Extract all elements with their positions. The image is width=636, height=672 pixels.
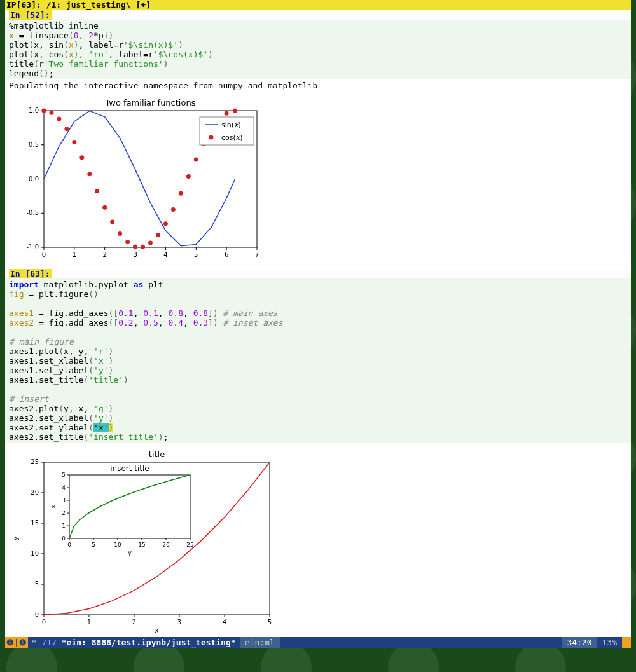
- cell-2[interactable]: In [63]: import matplotlib.pyplot as plt…: [5, 269, 631, 640]
- status-bar: ❷|❶ * 717 *ein: 8888/test.ipynb/just_tes…: [5, 637, 631, 648]
- svg-point-41: [141, 245, 145, 249]
- svg-text:15: 15: [138, 542, 145, 548]
- cell-1-code[interactable]: %matplotlib inline x = linspace(0, 2*pi)…: [5, 20, 631, 79]
- svg-text:3: 3: [62, 497, 66, 504]
- svg-point-29: [49, 111, 53, 115]
- cell-1-chart: Two familiar functions01234567-1.0-0.50.…: [5, 92, 631, 269]
- svg-point-57: [209, 135, 214, 140]
- svg-text:1.0: 1.0: [29, 107, 39, 114]
- svg-text:6: 6: [225, 251, 228, 258]
- status-percent: 13%: [597, 637, 622, 648]
- svg-text:0: 0: [42, 619, 46, 626]
- svg-point-33: [80, 155, 84, 160]
- svg-text:5: 5: [92, 542, 95, 548]
- svg-point-48: [194, 157, 198, 161]
- svg-point-35: [95, 189, 99, 193]
- svg-text:sin(x): sin(x): [221, 121, 241, 129]
- chart-title-inset: title0123450510152025xyinsert title05101…: [9, 449, 276, 634]
- svg-point-38: [118, 231, 122, 236]
- editor-window: IP[63]: /1: just_testing\ [+] In [52]: %…: [5, 0, 631, 640]
- svg-text:5: 5: [62, 472, 66, 478]
- svg-text:10: 10: [114, 542, 121, 548]
- svg-point-34: [87, 172, 92, 176]
- svg-point-39: [125, 240, 130, 244]
- svg-text:insert title: insert title: [110, 464, 149, 473]
- svg-text:2: 2: [103, 251, 107, 258]
- svg-rect-88: [69, 475, 190, 538]
- svg-point-36: [102, 205, 107, 210]
- svg-text:title: title: [149, 449, 165, 459]
- svg-text:4: 4: [62, 484, 66, 491]
- svg-text:15: 15: [31, 519, 39, 526]
- svg-point-43: [156, 233, 160, 237]
- svg-text:5: 5: [194, 251, 198, 258]
- cell-2-prompt: In [63]:: [9, 269, 52, 278]
- svg-point-52: [225, 111, 229, 116]
- svg-text:3: 3: [177, 619, 181, 626]
- status-end-block: [622, 637, 631, 648]
- svg-point-44: [163, 221, 168, 226]
- svg-text:x: x: [155, 626, 159, 634]
- svg-text:7: 7: [255, 251, 259, 258]
- svg-text:25: 25: [186, 542, 193, 548]
- svg-point-42: [148, 241, 153, 245]
- cell-2-code[interactable]: import matplotlib.pyplot as plt fig = pl…: [5, 278, 631, 443]
- svg-text:-1.0: -1.0: [26, 243, 39, 250]
- svg-text:0.0: 0.0: [29, 175, 39, 182]
- svg-text:5: 5: [268, 619, 272, 626]
- svg-text:0: 0: [35, 611, 39, 618]
- status-indicator: ❷|❶: [5, 637, 28, 648]
- svg-point-40: [133, 244, 137, 249]
- svg-point-37: [110, 220, 114, 224]
- status-mode: ein:ml: [240, 637, 280, 648]
- svg-text:0.5: 0.5: [29, 141, 39, 148]
- svg-text:1: 1: [87, 619, 91, 626]
- svg-text:cos(x): cos(x): [221, 134, 243, 142]
- svg-point-31: [64, 127, 69, 131]
- svg-text:1: 1: [62, 523, 66, 529]
- svg-point-30: [57, 117, 61, 121]
- svg-point-28: [42, 109, 46, 113]
- svg-text:y: y: [128, 549, 132, 556]
- svg-text:0: 0: [62, 535, 66, 542]
- status-position: 34:20: [562, 637, 597, 648]
- svg-text:0: 0: [67, 542, 71, 548]
- svg-text:0: 0: [42, 251, 46, 258]
- svg-text:4: 4: [223, 619, 226, 626]
- chart-two-familiar: Two familiar functions01234567-1.0-0.50.…: [9, 98, 263, 263]
- cell-1[interactable]: In [52]: %matplotlib inline x = linspace…: [5, 10, 631, 269]
- svg-text:3: 3: [133, 251, 137, 258]
- svg-text:10: 10: [31, 550, 39, 557]
- svg-text:-0.5: -0.5: [26, 209, 39, 216]
- svg-text:Two familiar functions: Two familiar functions: [105, 98, 196, 107]
- svg-text:20: 20: [31, 489, 39, 496]
- svg-text:4: 4: [163, 251, 167, 258]
- svg-point-32: [72, 140, 76, 144]
- svg-point-45: [171, 207, 176, 212]
- svg-text:x: x: [50, 505, 57, 509]
- svg-text:y: y: [11, 536, 20, 540]
- svg-point-47: [186, 174, 191, 179]
- svg-text:2: 2: [62, 510, 66, 516]
- svg-text:25: 25: [31, 458, 39, 465]
- cell-2-chart: title0123450510152025xyinsert title05101…: [5, 443, 631, 640]
- svg-text:20: 20: [162, 542, 170, 548]
- svg-text:2: 2: [132, 619, 136, 626]
- title-bar: IP[63]: /1: just_testing\ [+]: [5, 0, 631, 10]
- status-modified: * 717 *ein: 8888/test.ipynb/just_testing…: [28, 637, 240, 648]
- cell-1-output-text: Populating the interactive namespace fro…: [5, 79, 631, 92]
- svg-text:1: 1: [73, 251, 76, 258]
- cell-1-prompt: In [52]:: [9, 10, 52, 20]
- svg-text:5: 5: [35, 580, 39, 587]
- svg-point-46: [179, 191, 183, 196]
- svg-point-53: [233, 109, 237, 113]
